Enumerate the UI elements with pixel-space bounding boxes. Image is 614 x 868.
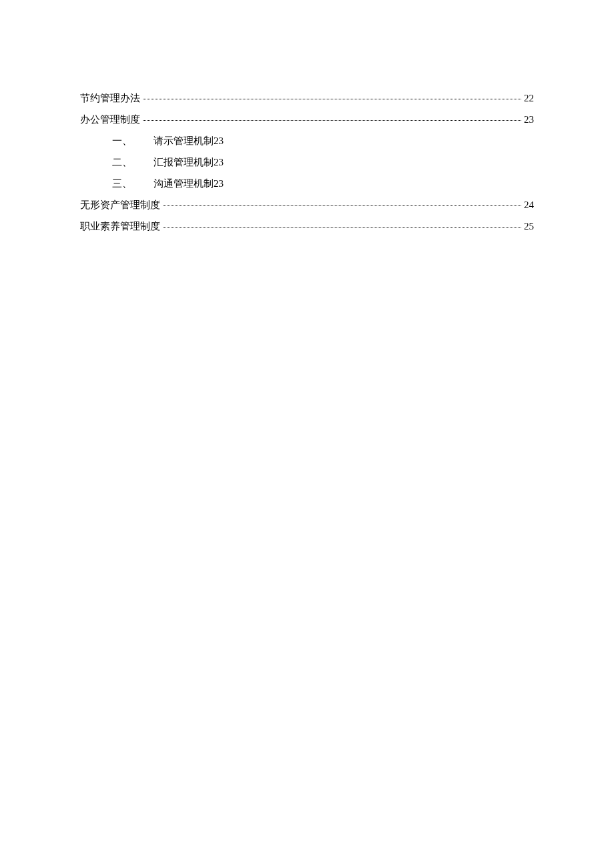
toc-entry: 节约管理办法 22 [80, 90, 534, 106]
toc-leader-dots [163, 205, 521, 206]
toc-sub-entry-page: 23 [214, 175, 224, 191]
toc-entry-title: 无形资产管理制度 [80, 197, 160, 213]
toc-sub-entry-number: 二、 [112, 154, 154, 170]
toc-entry-page: 23 [524, 111, 534, 127]
toc-sub-entry-title: 沟通管理机制 [154, 175, 214, 191]
toc-sub-entry: 三、 沟通管理机制23 [80, 175, 534, 191]
toc-sub-entry-number: 三、 [112, 175, 154, 191]
toc-entry-page: 22 [524, 90, 534, 106]
toc-entry: 办公管理制度 23 [80, 111, 534, 127]
table-of-contents: 节约管理办法 22 办公管理制度 23 一、 请示管理机制23 二、 汇报管理机… [80, 90, 534, 234]
toc-sub-entry-page: 23 [214, 133, 224, 149]
toc-sub-entry-title: 请示管理机制 [154, 133, 214, 149]
toc-sub-entry-title: 汇报管理机制 [154, 154, 214, 170]
toc-entry-title: 节约管理办法 [80, 90, 140, 106]
toc-entry: 职业素养管理制度 25 [80, 218, 534, 234]
toc-leader-dots [143, 120, 521, 121]
toc-entry-page: 24 [524, 197, 534, 213]
toc-leader-dots [143, 99, 521, 99]
toc-entry-page: 25 [524, 218, 534, 234]
toc-entry: 无形资产管理制度 24 [80, 197, 534, 213]
toc-leader-dots [163, 227, 521, 228]
toc-sub-entry: 一、 请示管理机制23 [80, 133, 534, 149]
toc-entry-title: 职业素养管理制度 [80, 218, 160, 234]
toc-entry-title: 办公管理制度 [80, 111, 140, 127]
toc-sub-entry-number: 一、 [112, 133, 154, 149]
toc-sub-entry: 二、 汇报管理机制23 [80, 154, 534, 170]
toc-sub-entry-page: 23 [214, 154, 224, 170]
